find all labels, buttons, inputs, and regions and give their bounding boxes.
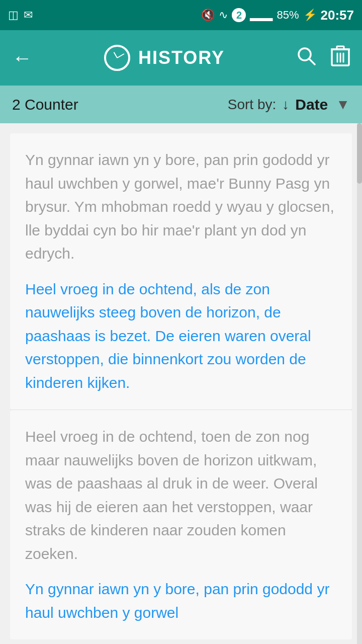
clock-minute-hand (117, 53, 124, 58)
toolbar: ← HISTORY (0, 30, 362, 86)
card-2-translated-text: Yn gynnar iawn yn y bore, pan prin godod… (25, 578, 337, 624)
clock-time: 20:57 (321, 8, 354, 23)
counter-label: 2 Counter (12, 96, 78, 113)
card-1-translated-text: Heel vroeg in de ochtend, als de zon nau… (25, 278, 337, 395)
mute-icon: 🔇 (201, 9, 215, 22)
translation-card-2: Heel vroeg in de ochtend, toen de zon no… (10, 410, 352, 639)
card-1-original-text: Yn gynnar iawn yn y bore, pan prin godod… (25, 148, 337, 266)
image-icon: ◫ (8, 9, 19, 22)
battery-level: 85% (277, 9, 299, 22)
filter-bar: 2 Counter Sort by: ↓ Date ▼ (0, 86, 362, 123)
email-icon: ✉ (24, 9, 33, 22)
sort-prefix: Sort by: (228, 97, 276, 113)
scrollbar[interactable] (357, 123, 362, 644)
sort-control[interactable]: Sort by: ↓ Date ▼ (228, 96, 350, 113)
search-button[interactable] (297, 46, 316, 70)
sort-direction-icon: ↓ (282, 97, 289, 113)
battery-icon: ⚡ (303, 9, 317, 22)
status-bar: ◫ ✉ 🔇 ∿ 2 ▂▂▂ 85% ⚡ 20:57 (0, 0, 362, 30)
svg-rect-4 (337, 46, 344, 49)
toolbar-action-icons (297, 45, 350, 71)
sort-value: Date (295, 96, 328, 113)
status-bar-right: 🔇 ∿ 2 ▂▂▂ 85% ⚡ 20:57 (201, 8, 354, 23)
card-2-original-text: Heel vroeg in de ochtend, toen de zon no… (25, 425, 337, 566)
back-button[interactable]: ← (12, 47, 32, 69)
sim2-badge: 2 (232, 8, 246, 22)
wifi-icon: ∿ (219, 9, 228, 22)
translation-card-1: Yn gynnar iawn yn y bore, pan prin godod… (10, 133, 352, 410)
toolbar-title: HISTORY (138, 47, 225, 68)
status-bar-left: ◫ ✉ (8, 9, 33, 22)
delete-button[interactable] (331, 45, 350, 71)
history-clock-icon (104, 45, 130, 71)
svg-line-1 (309, 59, 315, 64)
toolbar-title-group: HISTORY (104, 45, 225, 71)
scrollbar-thumb[interactable] (357, 123, 362, 184)
sort-dropdown-icon[interactable]: ▼ (336, 97, 350, 113)
content-area: Yn gynnar iawn yn y bore, pan prin godod… (0, 123, 362, 644)
signal-icon: ▂▂▂ (250, 9, 273, 21)
